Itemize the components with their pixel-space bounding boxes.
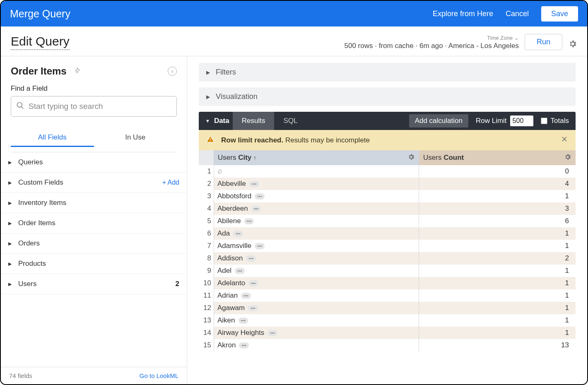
cell-city[interactable]: Adelanto•••: [214, 277, 419, 289]
cell-city[interactable]: Adrian•••: [214, 289, 419, 302]
sidebar-view-order-items[interactable]: ▶Order Items: [1, 213, 187, 233]
drill-menu-icon[interactable]: •••: [255, 193, 265, 200]
drill-menu-icon[interactable]: •••: [249, 181, 259, 187]
cell-city[interactable]: Aiken•••: [214, 314, 419, 327]
drill-menu-icon[interactable]: •••: [244, 218, 254, 224]
explore-from-here-link[interactable]: Explore from Here: [433, 10, 493, 18]
cell-city[interactable]: ∅: [214, 165, 419, 178]
field-count-badge: 2: [176, 280, 179, 288]
cell-count[interactable]: 1: [419, 190, 576, 202]
sidebar-view-products[interactable]: ▶Products: [1, 254, 187, 274]
cell-count[interactable]: 13: [419, 339, 576, 351]
field-search-box[interactable]: [11, 96, 177, 117]
cell-count[interactable]: 1: [419, 302, 576, 314]
row-limit-input[interactable]: [510, 116, 533, 126]
drill-menu-icon[interactable]: •••: [251, 206, 261, 212]
table-row: 15Akron•••13: [199, 339, 576, 351]
cell-city[interactable]: Aberdeen•••: [214, 202, 419, 215]
tab-all-fields[interactable]: All Fields: [11, 128, 94, 152]
cell-city[interactable]: Abilene•••: [214, 215, 419, 227]
cell-city[interactable]: Abbeville•••: [214, 178, 419, 190]
settings-gear-icon[interactable]: [568, 39, 577, 50]
cell-city[interactable]: Akron•••: [214, 339, 419, 351]
cell-count[interactable]: 0: [419, 165, 576, 178]
caret-right-icon: ▶: [8, 221, 12, 226]
table-row: 12Agawam•••1: [199, 302, 576, 314]
subheader: Edit Query Time Zone ⌄ 500 rows · from c…: [1, 26, 587, 56]
caret-down-icon[interactable]: ▼: [205, 118, 210, 123]
cell-city[interactable]: Ada•••: [214, 227, 419, 240]
data-label[interactable]: Data: [214, 112, 233, 130]
sidebar-view-inventory-items[interactable]: ▶Inventory Items: [1, 193, 187, 213]
sidebar-view-users[interactable]: ▶Users2: [1, 274, 187, 294]
table-row: 3Abbotsford•••1: [199, 190, 576, 202]
add-calculation-button[interactable]: Add calculation: [409, 114, 468, 128]
drill-menu-icon[interactable]: •••: [239, 318, 248, 324]
bolt-icon[interactable]: [74, 66, 81, 76]
results-table: Users City ↑ Users Count 1∅02Abbeville••…: [199, 150, 576, 351]
column-gear-icon[interactable]: [407, 153, 415, 163]
column-header-city[interactable]: Users City ↑: [214, 150, 419, 165]
cancel-link[interactable]: Cancel: [506, 10, 529, 18]
timezone-dropdown[interactable]: Time Zone ⌄: [487, 35, 519, 41]
drill-menu-icon[interactable]: •••: [239, 342, 249, 349]
cell-count[interactable]: 1: [419, 227, 576, 240]
cell-count[interactable]: 1: [419, 314, 576, 327]
tab-sql[interactable]: SQL: [274, 112, 306, 130]
go-to-lookml-link[interactable]: Go to LookML: [140, 372, 178, 379]
tab-results[interactable]: Results: [233, 112, 275, 130]
page-title[interactable]: Edit Query: [11, 34, 70, 50]
drill-menu-icon[interactable]: •••: [248, 280, 258, 286]
cell-city[interactable]: Abbotsford•••: [214, 190, 419, 202]
filters-panel[interactable]: ▶ Filters: [199, 63, 576, 82]
drill-menu-icon[interactable]: •••: [235, 268, 245, 274]
cell-city[interactable]: Adamsville•••: [214, 240, 419, 252]
cell-count[interactable]: 1: [419, 289, 576, 302]
sidebar-view-orders[interactable]: ▶Orders: [1, 233, 187, 254]
row-number: 11: [199, 289, 214, 302]
cell-count[interactable]: 1: [419, 327, 576, 339]
column-gear-icon[interactable]: [564, 153, 571, 163]
run-button[interactable]: Run: [525, 34, 562, 50]
cell-count[interactable]: 1: [419, 240, 576, 252]
cell-city[interactable]: Agawam•••: [214, 302, 419, 314]
collapse-sidebar-icon[interactable]: ‹: [168, 67, 177, 76]
visualization-panel[interactable]: ▶ Visualization: [199, 87, 576, 106]
row-limit-warning: Row limit reached. Results may be incomp…: [199, 130, 576, 150]
caret-right-icon: ▶: [8, 180, 12, 185]
table-row: 2Abbeville•••4: [199, 178, 576, 190]
cell-count[interactable]: 2: [419, 252, 576, 265]
sidebar-view-custom-fields[interactable]: ▶Custom Fields+ Add: [1, 173, 187, 193]
drill-menu-icon[interactable]: •••: [248, 305, 258, 311]
save-button[interactable]: Save: [541, 6, 578, 22]
totals-toggle[interactable]: Totals: [541, 117, 569, 125]
column-header-count[interactable]: Users Count: [419, 150, 576, 165]
field-search-input[interactable]: [29, 102, 171, 111]
drill-menu-icon[interactable]: •••: [255, 243, 265, 249]
cell-count[interactable]: 3: [419, 202, 576, 215]
cell-count[interactable]: 6: [419, 215, 576, 227]
cell-city[interactable]: Airway Heights•••: [214, 327, 419, 339]
row-number: 15: [199, 339, 214, 351]
cell-city[interactable]: Addison•••: [214, 252, 419, 265]
table-row: 7Adamsville•••1: [199, 240, 576, 252]
table-row: 13Aiken•••1: [199, 314, 576, 327]
cell-count[interactable]: 1: [419, 277, 576, 289]
sidebar-view-queries[interactable]: ▶Queries: [1, 152, 187, 173]
drill-menu-icon[interactable]: •••: [246, 255, 256, 262]
cell-city[interactable]: Adel•••: [214, 265, 419, 277]
cell-count[interactable]: 4: [419, 178, 576, 190]
close-warning-icon[interactable]: [561, 135, 568, 145]
add-custom-field[interactable]: + Add: [162, 179, 179, 186]
row-number: 14: [199, 327, 214, 339]
table-row: 11Adrian•••1: [199, 289, 576, 302]
svg-marker-0: [75, 67, 80, 73]
drill-menu-icon[interactable]: •••: [233, 231, 243, 237]
drill-menu-icon[interactable]: •••: [267, 330, 277, 336]
totals-checkbox[interactable]: [541, 118, 547, 124]
drill-menu-icon[interactable]: •••: [241, 293, 251, 299]
sort-asc-icon: ↑: [253, 154, 256, 161]
cell-count[interactable]: 1: [419, 265, 576, 277]
tab-in-use[interactable]: In Use: [94, 128, 177, 152]
row-number: 4: [199, 202, 214, 215]
